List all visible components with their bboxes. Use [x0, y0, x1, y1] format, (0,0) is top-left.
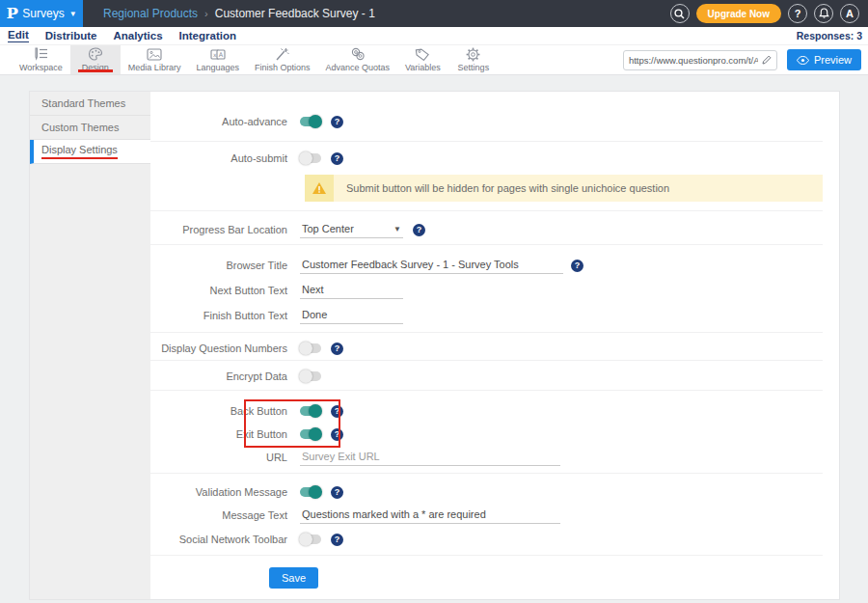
- progress-bar-location-select[interactable]: Top Center ▼: [300, 221, 403, 238]
- encrypt-data-group: Encrypt Data: [150, 361, 823, 391]
- social-network-toolbar-help-icon[interactable]: ?: [331, 534, 343, 546]
- progress-bar-location-value: Top Center: [302, 223, 354, 234]
- svg-text:x: x: [213, 50, 217, 57]
- survey-url-box: [623, 50, 777, 70]
- display-question-numbers-label: Display Question Numbers: [150, 343, 287, 354]
- toolbar-item-media-library[interactable]: Media Library: [121, 45, 189, 74]
- preview-button[interactable]: Preview: [787, 49, 861, 70]
- auto-submit-toggle[interactable]: [300, 153, 321, 163]
- tab-distribute[interactable]: Distribute: [45, 30, 97, 42]
- gear-icon: [466, 47, 480, 62]
- help-button[interactable]: ?: [788, 4, 807, 23]
- breadcrumb-parent[interactable]: Regional Products: [103, 7, 198, 20]
- search-button[interactable]: [670, 4, 690, 23]
- sidebar-item-standard-themes[interactable]: Standard Themes: [30, 92, 150, 116]
- toolbar-item-label: Languages: [196, 63, 239, 72]
- survey-toolbar: Workspace Design Media Library xA Langua…: [0, 45, 868, 75]
- notifications-button[interactable]: [814, 4, 833, 23]
- upgrade-now-button[interactable]: Upgrade Now: [696, 4, 781, 23]
- sidebar-item-custom-themes[interactable]: Custom Themes: [30, 116, 150, 140]
- toolbar-item-label: Media Library: [128, 63, 181, 72]
- exit-button-label: Exit Button: [150, 428, 287, 440]
- progress-bar-group: Progress Bar Location Top Center ▼ ?: [150, 211, 823, 245]
- back-button-label: Back Button: [150, 405, 287, 417]
- display-question-numbers-toggle[interactable]: [300, 343, 321, 353]
- social-network-toolbar-toggle[interactable]: [300, 534, 321, 544]
- exit-button-row: Exit Button ?: [150, 423, 823, 446]
- auto-submit-help-icon[interactable]: ?: [331, 152, 343, 165]
- browser-title-help-icon[interactable]: ?: [571, 260, 583, 272]
- design-palette-icon: [88, 47, 103, 62]
- next-button-text-input[interactable]: [300, 282, 403, 299]
- toolbar-item-label: Advance Quotas: [325, 63, 390, 72]
- exit-url-input[interactable]: [300, 449, 560, 466]
- display-settings-content: Auto-advance ? Auto-submit ? Submit butt…: [150, 92, 840, 599]
- eye-icon: [797, 56, 809, 65]
- browser-title-label: Browser Title: [150, 260, 287, 271]
- breadcrumb-current: Customer Feedback Survey - 1: [215, 7, 375, 20]
- responses-count[interactable]: Responses: 3: [797, 30, 862, 41]
- toolbar-item-label: Workspace: [19, 63, 63, 72]
- product-menu-label: Surveys: [22, 7, 64, 20]
- breadcrumb-separator: ›: [204, 8, 208, 19]
- auto-submit-group: Auto-submit ? Submit button will be hidd…: [150, 142, 823, 211]
- social-network-toolbar-label: Social Network Toolbar: [150, 534, 287, 545]
- tab-analytics[interactable]: Analytics: [113, 30, 162, 42]
- auto-advance-label: Auto-advance: [150, 116, 287, 127]
- chain-links-icon: [350, 47, 366, 62]
- design-sidebar: Standard Themes Custom Themes Display Se…: [30, 92, 150, 599]
- exit-button-help-icon[interactable]: ?: [331, 428, 343, 441]
- primary-nav: Edit Distribute Analytics Integration Re…: [0, 27, 868, 45]
- auto-advance-toggle[interactable]: [300, 117, 321, 126]
- progress-bar-location-label: Progress Bar Location: [150, 224, 287, 235]
- toolbar-item-label: Finish Options: [255, 63, 311, 72]
- exit-url-row: URL: [150, 446, 823, 469]
- back-exit-group: Back Button ? Exit Button ? URL: [150, 391, 823, 474]
- breadcrumb: Regional Products › Customer Feedback Su…: [103, 7, 375, 20]
- survey-url-input[interactable]: [629, 55, 758, 66]
- toolbar-item-settings[interactable]: Settings: [448, 45, 499, 74]
- auto-submit-label: Auto-submit: [150, 152, 287, 164]
- validation-group: Validation Message ? Message Text Social…: [150, 474, 823, 556]
- exit-button-toggle[interactable]: [300, 429, 321, 439]
- validation-message-help-icon[interactable]: ?: [331, 486, 343, 499]
- toolbar-item-design[interactable]: Design: [70, 45, 121, 74]
- preview-label: Preview: [814, 54, 852, 66]
- display-question-numbers-row: Display Question Numbers ?: [150, 336, 823, 361]
- chevron-down-icon: ▼: [69, 10, 77, 18]
- tab-edit[interactable]: Edit: [8, 29, 29, 42]
- toolbar-item-advance-quotas[interactable]: Advance Quotas: [317, 45, 397, 74]
- browser-title-input[interactable]: [300, 257, 563, 274]
- encrypt-data-toggle[interactable]: [300, 371, 321, 381]
- save-button[interactable]: Save: [269, 567, 318, 589]
- encrypt-data-label: Encrypt Data: [150, 370, 287, 382]
- toolbar-item-variables[interactable]: Variables: [397, 45, 448, 74]
- warning-text: Submit button will be hidden for pages w…: [334, 175, 669, 202]
- message-text-input[interactable]: [300, 507, 560, 524]
- design-panel: Standard Themes Custom Themes Display Se…: [29, 91, 840, 600]
- finish-button-text-input[interactable]: [300, 307, 403, 324]
- progress-bar-help-icon[interactable]: ?: [413, 224, 425, 236]
- next-button-text-row: Next Button Text: [150, 278, 823, 303]
- validation-message-label: Validation Message: [150, 486, 287, 498]
- toolbar-item-languages[interactable]: xA Languages: [188, 45, 247, 74]
- tab-integration[interactable]: Integration: [179, 30, 236, 42]
- sidebar-item-display-settings[interactable]: Display Settings: [30, 140, 150, 164]
- account-avatar[interactable]: A: [840, 4, 859, 23]
- product-switcher[interactable]: P Surveys ▼: [0, 0, 83, 27]
- edit-pencil-icon[interactable]: [762, 55, 772, 65]
- auto-advance-group: Auto-advance ?: [150, 92, 823, 142]
- validation-message-toggle[interactable]: [300, 487, 321, 497]
- message-text-row: Message Text: [150, 504, 823, 527]
- toolbar-item-workspace[interactable]: Workspace: [12, 45, 70, 74]
- save-row: Save: [150, 556, 840, 589]
- display-question-numbers-help-icon[interactable]: ?: [331, 343, 343, 355]
- auto-advance-help-icon[interactable]: ?: [331, 116, 343, 128]
- back-button-toggle[interactable]: [300, 406, 321, 416]
- titles-group: Browser Title ? Next Button Text Finish …: [150, 245, 823, 333]
- toolbar-item-finish-options[interactable]: Finish Options: [247, 45, 318, 74]
- search-icon: [674, 9, 685, 19]
- progress-bar-row: Progress Bar Location Top Center ▼ ?: [150, 219, 823, 240]
- questionpro-logo: P: [6, 5, 17, 22]
- back-button-help-icon[interactable]: ?: [331, 405, 343, 418]
